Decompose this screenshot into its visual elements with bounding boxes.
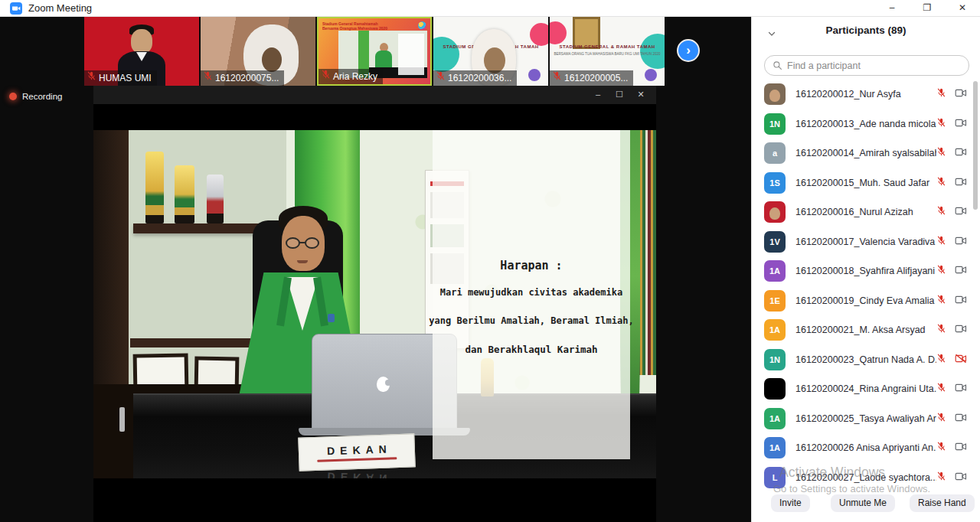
participant-avatar: [764, 83, 786, 105]
search-input[interactable]: [787, 60, 962, 71]
zoom-app-icon: [10, 2, 22, 15]
participant-status-icons: [936, 353, 967, 367]
mic-muted-icon: [936, 117, 946, 131]
participant-row[interactable]: 1A16120200018_Syahfira Alifjayani: [752, 256, 980, 286]
participant-row[interactable]: 1A16120200021_M. Aksa Arsyad: [752, 315, 980, 345]
participant-row[interactable]: 1N16120200023_Qatrun Nada A. D...: [752, 345, 980, 375]
participant-avatar: [764, 201, 786, 223]
camera-icon: [955, 441, 967, 455]
apple-logo-icon: [377, 377, 390, 392]
participant-row[interactable]: 16120200016_Nurul Azizah: [752, 197, 980, 227]
mic-muted-icon: [936, 412, 946, 426]
participant-avatar: 1N: [764, 349, 786, 370]
participant-name: 16120200014_Amirah syalsabilah: [795, 148, 936, 158]
participant-name: 16120200036...: [448, 70, 511, 86]
search-icon: [773, 60, 782, 70]
trophy: [175, 165, 194, 223]
participant-row[interactable]: 16120200012_Nur Asyfa: [752, 80, 980, 109]
video-window-titlebar[interactable]: – ☐ ✕: [93, 86, 656, 104]
participant-avatar: 1V: [764, 231, 786, 253]
window-titlebar: Zoom Meeting – ❐ ✕: [0, 0, 980, 17]
camera-icon: [955, 412, 967, 426]
participant-search-box[interactable]: [764, 55, 969, 76]
participant-name: 16120200017_Valencia Varadiva: [795, 237, 936, 247]
participant-name: 16120200018_Syahfira Alifjayani: [795, 266, 936, 276]
camera-icon: [955, 235, 967, 249]
video-thumbnail[interactable]: HUMAS UMI: [84, 17, 199, 86]
participant-name: 16120200015_Muh. Saud Jafar: [795, 178, 936, 188]
video-minimize-button[interactable]: –: [587, 86, 609, 104]
participant-row[interactable]: 1V16120200017_Valencia Varadiva: [752, 227, 980, 257]
participant-avatar: 1A: [764, 319, 786, 341]
thumbnail-name-label: 16120200005...: [550, 70, 633, 86]
overlay-line: dan Berakhlaqul Karimah: [420, 344, 642, 355]
mic-muted-icon: [321, 69, 333, 84]
nameplate-text: DEKAN: [322, 442, 392, 457]
scrollbar-thumb[interactable]: [973, 81, 978, 210]
participant-status-icons: [936, 323, 967, 337]
participant-row[interactable]: 1E16120200019_Cindy Eva Amalia: [752, 286, 980, 316]
mic-muted-icon: [936, 87, 946, 101]
overlay-line: yang Berilmu Amaliah, Beramal Ilmiah,: [420, 315, 642, 326]
restore-button[interactable]: ❐: [910, 0, 945, 17]
participant-name: 16120200012_Nur Asyfa: [795, 89, 936, 100]
thumbnail-name-label: 16120200036...: [433, 70, 517, 86]
next-page-arrow-button[interactable]: ›: [677, 39, 700, 62]
participant-row[interactable]: 1A16120200026 Anisa Apriyanti An...: [752, 433, 980, 463]
mic-muted-icon: [552, 70, 564, 86]
video-maximize-button[interactable]: ☐: [609, 86, 630, 104]
participant-status-icons: [936, 441, 967, 455]
participant-avatar: 1A: [764, 437, 786, 458]
mic-muted-icon: [936, 294, 946, 308]
participant-row[interactable]: 1A16120200025_Tasya Awaliyah Ar...: [752, 404, 980, 434]
mic-muted-icon: [936, 176, 946, 190]
camera-icon: [955, 294, 967, 308]
participant-avatar: [764, 378, 786, 400]
thumbnail-name-label: HUMAS UMI: [84, 70, 157, 86]
participant-status-icons: [936, 146, 967, 160]
close-button[interactable]: ✕: [945, 0, 980, 17]
video-thumbnail[interactable]: STADIUM GENERAL & RAMAH TAMAH16120200036…: [433, 17, 548, 86]
participant-row[interactable]: 16120200024_Rina Angraini Uta...: [752, 374, 980, 404]
video-thumbnail[interactable]: 16120200075...: [201, 17, 315, 86]
participant-row[interactable]: 1N16120200013_Ade nanda micola: [752, 109, 980, 139]
camera-off-icon: [955, 353, 967, 367]
participant-status-icons: [936, 87, 967, 101]
participant-status-icons: [936, 117, 967, 131]
participant-avatar: 1S: [764, 172, 786, 194]
participant-name: 16120200023_Qatrun Nada A. D...: [795, 354, 936, 365]
participant-name: 16120200024_Rina Angraini Uta...: [795, 383, 936, 394]
trophy: [145, 152, 164, 223]
participant-avatar: a: [764, 142, 786, 164]
raise-hand-button[interactable]: Raise Hand: [910, 494, 975, 512]
overlay-title: Harapan :: [420, 259, 642, 272]
participant-row[interactable]: L16120200027_Laode syachtora...: [752, 463, 980, 493]
participant-name: 16120200025_Tasya Awaliyah Ar...: [795, 413, 936, 424]
video-close-button[interactable]: ✕: [630, 86, 652, 104]
recording-indicator: Recording: [9, 92, 62, 101]
unmute-me-button[interactable]: Unmute Me: [831, 494, 895, 512]
participant-status-icons: [936, 205, 967, 219]
participants-panel-title: Participants (89): [752, 24, 980, 36]
video-thumbnail[interactable]: Stadium General Ramahtamah Bersama Orang…: [317, 17, 432, 86]
mic-muted-icon: [936, 235, 946, 249]
camera-icon: [955, 205, 967, 219]
mic-muted-icon: [936, 323, 946, 337]
participant-row[interactable]: a16120200014_Amirah syalsabilah: [752, 139, 980, 168]
invite-button[interactable]: Invite: [771, 494, 810, 512]
participant-name: 16120200016_Nurul Azizah: [795, 207, 936, 217]
participant-row[interactable]: 1S16120200015_Muh. Saud Jafar: [752, 168, 980, 198]
video-thumbnail[interactable]: STADIUM GENERAL & RAMAH TAMAHBERSAMA ORA…: [550, 17, 665, 86]
participant-avatar: 1N: [764, 113, 786, 135]
mic-muted-icon: [936, 382, 946, 396]
speaker-video-scene: DEKAN DEKAN Harapan : Mari mewujudkan ci…: [93, 130, 656, 478]
minimize-button[interactable]: –: [874, 0, 910, 17]
speaker-video-window: – ☐ ✕: [93, 86, 656, 522]
participants-panel: Participants (89) 16120200012_Nur Asyfa1…: [751, 17, 980, 522]
participant-name: 16120200026 Anisa Apriyanti An...: [795, 442, 936, 453]
participant-name: Aria Rezky: [333, 69, 377, 84]
mic-muted-icon: [936, 146, 946, 160]
participant-name: 16120200019_Cindy Eva Amalia: [795, 295, 936, 306]
participant-list: 16120200012_Nur Asyfa1N16120200013_Ade n…: [752, 80, 980, 508]
mic-muted-icon: [87, 70, 99, 86]
